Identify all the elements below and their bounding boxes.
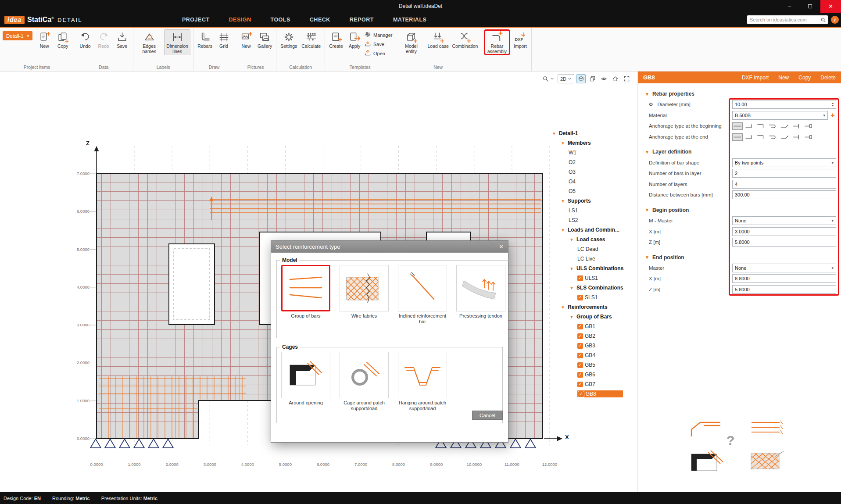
ribbon-button-calculate[interactable]: Calculate xyxy=(300,29,322,50)
ribbon-button-model-entity[interactable]: Model entity xyxy=(398,29,424,55)
tree-item-sls-combinations[interactable]: ▾SLS Combinations xyxy=(551,283,637,293)
tree-item-reinforcements[interactable]: ▾Reinforcements xyxy=(551,302,637,312)
anchorage-perpendicular-button[interactable] xyxy=(791,133,802,141)
tile-cage-around-patch-support-load[interactable]: Cage around patch support/load xyxy=(340,352,389,411)
anchorage-hook-down-button[interactable] xyxy=(756,122,766,130)
ribbon-button-load-case[interactable]: Load case xyxy=(426,29,450,50)
anchorage-loop-button[interactable] xyxy=(768,122,778,130)
chevron-down-icon[interactable]: ▾ xyxy=(569,314,575,320)
ribbon-button-open[interactable]: Open xyxy=(365,50,392,57)
menu-report[interactable]: REPORT xyxy=(350,17,374,23)
tree-item-gb5[interactable]: ✓GB5 xyxy=(551,360,637,370)
select-master[interactable]: None▾ xyxy=(732,264,836,272)
ribbon-button-copy[interactable]: Copy xyxy=(54,29,71,50)
anchorage-hook-up-button[interactable] xyxy=(744,133,755,141)
select-definition-of-bar-shape[interactable]: By two points▾ xyxy=(732,158,836,167)
tree-item-o3[interactable]: O3 xyxy=(551,167,637,177)
ribbon-button-settings[interactable]: Settings xyxy=(279,29,298,50)
tree-item-uls-combinations[interactable]: ▾ULS Combinations xyxy=(551,264,637,273)
tree-item-supports[interactable]: ▾Supports xyxy=(551,196,637,206)
view-axonometry[interactable] xyxy=(576,74,586,83)
checkbox-checked-icon[interactable]: ✓ xyxy=(577,295,583,300)
project-selector[interactable]: Detail-1▾ xyxy=(3,31,32,40)
section-begin-position[interactable]: ▾Begin position xyxy=(644,205,841,215)
checkbox-checked-icon[interactable]: ✓ xyxy=(577,353,583,358)
cancel-button[interactable]: Cancel xyxy=(472,411,503,420)
anchorage-bend-up-button[interactable] xyxy=(780,122,790,130)
input-z-m[interactable]: 5.8000 xyxy=(732,285,836,294)
ribbon-button-new[interactable]: New xyxy=(36,29,53,50)
ribbon-button-rebars[interactable]: Rebars xyxy=(196,29,214,50)
anchorage-hook-down-button[interactable] xyxy=(756,133,766,141)
search-box[interactable] xyxy=(747,15,828,24)
input-number-of-layers[interactable]: 4 xyxy=(732,180,836,189)
menu-check[interactable]: CHECK xyxy=(310,17,330,23)
select-material[interactable]: B 500B▾ xyxy=(732,111,828,120)
input-distance-between-bars-mm[interactable]: 300.00 xyxy=(732,190,836,199)
anchorage-straight-button[interactable] xyxy=(732,133,743,141)
tile-inclined-reinforcement-bar[interactable]: Inclined reinforcement bar xyxy=(398,265,447,325)
ribbon-button-import[interactable]: DXFImport xyxy=(512,29,529,50)
tree-item-group-of-bars[interactable]: ▾Group of Bars xyxy=(551,312,637,322)
tree-item-gb1[interactable]: ✓GB1 xyxy=(551,322,637,331)
checkbox-checked-icon[interactable]: ✓ xyxy=(577,275,583,281)
view-layers[interactable] xyxy=(588,74,597,83)
anchorage-straight-button[interactable] xyxy=(732,122,743,130)
tree-item-gb8[interactable]: ✓GB8 xyxy=(551,389,637,399)
add-material-button[interactable]: + xyxy=(829,111,836,119)
checkbox-checked-icon[interactable]: ✓ xyxy=(577,362,583,368)
info-icon[interactable]: i xyxy=(831,16,839,24)
checkbox-checked-icon[interactable]: ✓ xyxy=(577,372,583,378)
tree-item-sls1[interactable]: ✓SLS1 xyxy=(551,293,637,302)
tree-item-w1[interactable]: W1 xyxy=(551,148,637,157)
chevron-down-icon[interactable]: ▾ xyxy=(569,237,575,243)
ribbon-button-edges-names[interactable]: Edges names xyxy=(136,29,162,55)
anchorage-hook-up-button[interactable] xyxy=(744,122,755,130)
tree-item-gb6[interactable]: ✓GB6 xyxy=(551,370,637,379)
anchorage-bend-up-button[interactable] xyxy=(780,133,790,141)
tree-item-o4[interactable]: O4 xyxy=(551,177,637,186)
section-end-position[interactable]: ▾End position xyxy=(644,252,841,263)
tile-hanging-around-patch-support-load[interactable]: Hanging around patch support/load xyxy=(398,352,447,411)
spinner-icon[interactable]: ▴▾ xyxy=(832,102,834,107)
close-button[interactable]: ✕ xyxy=(820,0,841,13)
header-action-copy[interactable]: Copy xyxy=(798,75,811,81)
tree-item-o5[interactable]: O5 xyxy=(551,186,637,196)
tree-item-gb2[interactable]: ✓GB2 xyxy=(551,331,637,341)
view-visibility[interactable] xyxy=(599,74,608,83)
tile-prestressing-tendon[interactable]: Prestressing tendon xyxy=(456,265,505,325)
ribbon-button-combination[interactable]: Combination xyxy=(452,29,478,50)
anchorage-plate-button[interactable] xyxy=(803,122,814,130)
dialog-titlebar[interactable]: Select reinforcement type ✕ xyxy=(271,241,508,253)
tree-item-ls1[interactable]: LS1 xyxy=(551,206,637,215)
anchorage-plate-button[interactable] xyxy=(803,133,814,141)
chevron-down-icon[interactable]: ▾ xyxy=(560,227,566,233)
ribbon-button-redo[interactable]: Redo xyxy=(95,29,112,50)
tree-item-lc-live[interactable]: LC Live xyxy=(551,254,637,264)
minimize-button[interactable]: – xyxy=(779,0,800,13)
view-home[interactable] xyxy=(611,74,620,83)
chevron-down-icon[interactable]: ▾ xyxy=(569,266,575,272)
tile-group-of-bars[interactable]: Group of bars xyxy=(281,265,330,325)
tree-item-uls1[interactable]: ✓ULS1 xyxy=(551,273,637,283)
chevron-down-icon[interactable]: ▾ xyxy=(569,285,575,291)
ribbon-button-undo[interactable]: Undo xyxy=(77,29,93,50)
header-action-delete[interactable]: Delete xyxy=(820,75,836,81)
header-action-new[interactable]: New xyxy=(778,75,789,81)
ribbon-button-apply[interactable]: Apply xyxy=(346,29,363,50)
maximize-button[interactable] xyxy=(800,0,820,13)
ribbon-button-gallery[interactable]: Gallery xyxy=(256,29,273,50)
checkbox-checked-icon[interactable]: ✓ xyxy=(578,391,584,397)
menu-materials[interactable]: MATERIALS xyxy=(393,17,427,23)
section-layer-definition[interactable]: ▾Layer definition xyxy=(644,147,841,157)
ribbon-button-dimension-lines[interactable]: Dimension lines xyxy=(164,29,190,55)
input-z-m[interactable]: 5.8000 xyxy=(732,238,836,247)
chevron-down-icon[interactable]: ▾ xyxy=(551,131,557,136)
dialog-close-icon[interactable]: ✕ xyxy=(499,243,504,250)
search-input[interactable] xyxy=(747,17,820,22)
input-x-m[interactable]: 8.8000 xyxy=(732,274,836,283)
menu-design[interactable]: DESIGN xyxy=(229,17,251,23)
tree-item-gb3[interactable]: ✓GB3 xyxy=(551,341,637,350)
input-diameter-mm[interactable]: 10.00▴▾ xyxy=(732,100,836,109)
chevron-down-icon[interactable]: ▾ xyxy=(560,304,566,310)
